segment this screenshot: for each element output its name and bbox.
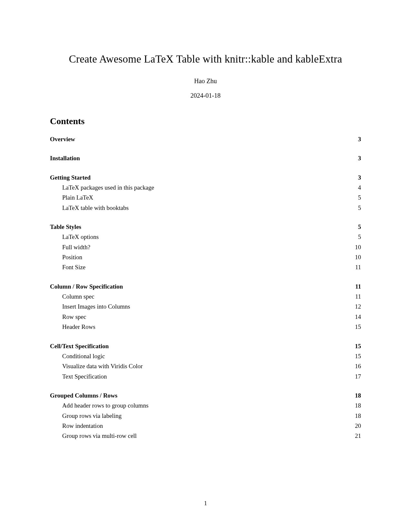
- contents-heading: Contents: [50, 116, 361, 126]
- toc-section: Column / Row Specification 11 Column spe…: [50, 281, 361, 332]
- toc-label: Group rows via labeling: [62, 411, 122, 421]
- toc-subentry: Row spec 14: [50, 312, 361, 322]
- toc-page: 5: [352, 222, 361, 232]
- toc-label: Font Size: [62, 262, 85, 272]
- toc-page: 20: [352, 421, 361, 431]
- toc-subentry: Row indentation 20: [50, 421, 361, 431]
- document-page: Create Awesome LaTeX Table with knitr::k…: [50, 53, 361, 450]
- toc-page: 15: [352, 341, 361, 351]
- toc-page: 15: [352, 322, 361, 332]
- toc-entry: Column / Row Specification 11: [50, 281, 361, 291]
- toc-page: 14: [352, 312, 361, 322]
- page-number: 1: [0, 500, 411, 507]
- toc-label: Column spec: [62, 291, 94, 301]
- toc-page: 11: [352, 291, 361, 301]
- toc-section: Cell/Text Specification 15 Conditional l…: [50, 341, 361, 381]
- toc-section: Overview 3: [50, 134, 361, 144]
- toc-page: 17: [352, 371, 361, 381]
- toc-label: LaTeX table with booktabs: [62, 203, 129, 213]
- toc-page: 5: [352, 232, 361, 242]
- document-date: 2024-01-18: [50, 92, 361, 99]
- toc-entry: Table Styles 5: [50, 222, 361, 232]
- toc-subentry: Header Rows 15: [50, 322, 361, 332]
- toc-subentry: Group rows via labeling 18: [50, 411, 361, 421]
- toc-entry: Cell/Text Specification 15: [50, 341, 361, 351]
- toc-section: Getting Started 3 LaTeX packages used in…: [50, 172, 361, 213]
- toc-subentry: Insert Images into Columns 12: [50, 301, 361, 311]
- toc-subentry: LaTeX options 5: [50, 232, 361, 242]
- toc-label: Group rows via multi-row cell: [62, 431, 137, 441]
- toc-page: 12: [352, 301, 361, 311]
- toc-label: Installation: [50, 153, 80, 163]
- toc-label: Row indentation: [62, 421, 103, 431]
- toc-entry: Getting Started 3: [50, 172, 361, 182]
- toc-section: Table Styles 5 LaTeX options 5 Full widt…: [50, 222, 361, 272]
- toc-label: LaTeX packages used in this package: [62, 182, 154, 192]
- toc-label: Row spec: [62, 312, 86, 322]
- toc-subentry: Column spec 11: [50, 291, 361, 301]
- toc-subentry: Add header rows to group columns 18: [50, 400, 361, 410]
- toc-label: Insert Images into Columns: [62, 301, 130, 311]
- toc-entry: Overview 3: [50, 134, 361, 144]
- toc-label: Grouped Columns / Rows: [50, 390, 117, 400]
- toc-page: 16: [352, 361, 361, 371]
- toc-page: 3: [352, 134, 361, 144]
- toc-page: 18: [352, 390, 361, 400]
- toc-page: 11: [352, 262, 361, 272]
- toc-label: LaTeX options: [62, 232, 99, 242]
- toc-subentry: LaTeX packages used in this package 4: [50, 182, 361, 192]
- document-title: Create Awesome LaTeX Table with knitr::k…: [50, 53, 361, 65]
- toc-page: 5: [352, 203, 361, 213]
- toc-entry: Grouped Columns / Rows 18: [50, 390, 361, 400]
- toc-entry: Installation 3: [50, 153, 361, 163]
- table-of-contents: Overview 3 Installation 3 Getting Starte…: [50, 134, 361, 441]
- toc-subentry: LaTeX table with booktabs 5: [50, 203, 361, 213]
- toc-label: Table Styles: [50, 222, 81, 232]
- toc-section: Installation 3: [50, 153, 361, 163]
- toc-page: 3: [352, 153, 361, 163]
- toc-subentry: Text Specification 17: [50, 371, 361, 381]
- toc-page: 18: [352, 411, 361, 421]
- toc-section: Grouped Columns / Rows 18 Add header row…: [50, 390, 361, 441]
- toc-label: Text Specification: [62, 371, 107, 381]
- toc-label: Column / Row Specification: [50, 281, 123, 291]
- toc-page: 4: [352, 182, 361, 192]
- toc-subentry: Visualize data with Viridis Color 16: [50, 361, 361, 371]
- toc-page: 5: [352, 192, 361, 202]
- toc-subentry: Conditional logic 15: [50, 351, 361, 361]
- toc-page: 15: [352, 351, 361, 361]
- toc-subentry: Full width? 10: [50, 242, 361, 252]
- toc-label: Conditional logic: [62, 351, 105, 361]
- toc-label: Full width?: [62, 242, 90, 252]
- toc-subentry: Group rows via multi-row cell 21: [50, 431, 361, 441]
- document-author: Hao Zhu: [50, 77, 361, 85]
- toc-page: 10: [352, 252, 361, 262]
- toc-label: Overview: [50, 134, 75, 144]
- toc-page: 21: [352, 431, 361, 441]
- toc-label: Plain LaTeX: [62, 192, 93, 202]
- toc-subentry: Position 10: [50, 252, 361, 262]
- toc-page: 3: [352, 172, 361, 182]
- toc-label: Position: [62, 252, 82, 262]
- toc-label: Getting Started: [50, 172, 91, 182]
- toc-label: Add header rows to group columns: [62, 400, 149, 410]
- toc-label: Header Rows: [62, 322, 95, 332]
- toc-subentry: Font Size 11: [50, 262, 361, 272]
- toc-page: 18: [352, 400, 361, 410]
- toc-label: Cell/Text Specification: [50, 341, 109, 351]
- toc-subentry: Plain LaTeX 5: [50, 192, 361, 202]
- toc-page: 10: [352, 242, 361, 252]
- toc-page: 11: [352, 281, 361, 291]
- toc-label: Visualize data with Viridis Color: [62, 361, 143, 371]
